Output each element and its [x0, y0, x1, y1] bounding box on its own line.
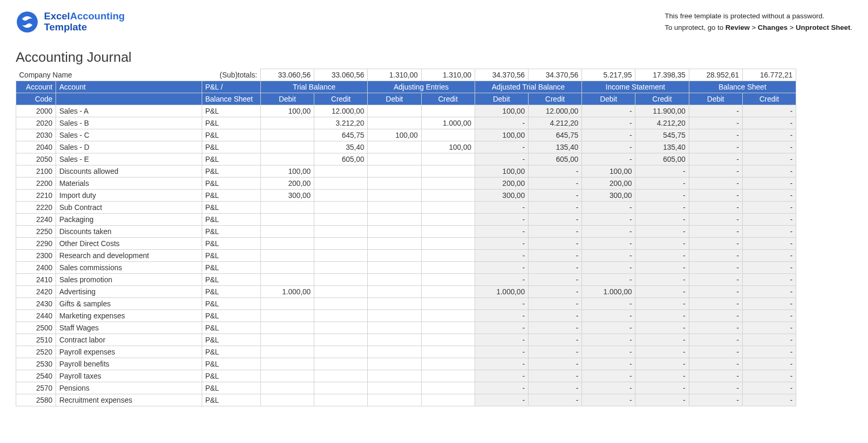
- cell-bs-debit[interactable]: -: [689, 274, 742, 286]
- cell-account[interactable]: Sales promotion: [56, 274, 202, 286]
- cell-atb-debit[interactable]: 100,00: [475, 165, 528, 178]
- cell-tb-credit[interactable]: [314, 250, 368, 262]
- cell-type[interactable]: P&L: [202, 358, 260, 370]
- cell-bs-debit[interactable]: -: [689, 153, 742, 165]
- cell-is-credit[interactable]: 605,00: [635, 153, 689, 165]
- cell-code[interactable]: 2540: [16, 370, 56, 382]
- cell-tb-credit[interactable]: [314, 334, 368, 346]
- cell-account[interactable]: Staff Wages: [56, 322, 202, 334]
- cell-tb-debit[interactable]: [260, 358, 314, 370]
- cell-ae-debit[interactable]: [368, 286, 421, 298]
- cell-tb-credit[interactable]: [314, 370, 368, 382]
- cell-atb-credit[interactable]: -: [528, 274, 581, 286]
- cell-is-credit[interactable]: -: [635, 238, 689, 250]
- cell-is-debit[interactable]: 200,00: [582, 178, 635, 190]
- cell-ae-debit[interactable]: [368, 190, 421, 202]
- cell-type[interactable]: P&L: [202, 226, 260, 238]
- cell-atb-debit[interactable]: 100,00: [475, 129, 528, 141]
- cell-is-debit[interactable]: -: [582, 214, 635, 226]
- cell-atb-credit[interactable]: -: [528, 262, 581, 274]
- cell-ae-debit[interactable]: [368, 214, 421, 226]
- cell-ae-credit[interactable]: [421, 202, 475, 214]
- cell-atb-credit[interactable]: -: [528, 322, 581, 334]
- cell-tb-credit[interactable]: [314, 202, 368, 214]
- cell-code[interactable]: 2430: [16, 298, 56, 310]
- cell-code[interactable]: 2420: [16, 286, 56, 298]
- cell-is-debit[interactable]: 1.000,00: [582, 286, 635, 298]
- cell-atb-debit[interactable]: 100,00: [475, 105, 528, 117]
- cell-atb-credit[interactable]: -: [528, 382, 581, 394]
- cell-ae-credit[interactable]: [421, 105, 475, 117]
- cell-type[interactable]: P&L: [202, 141, 260, 153]
- cell-type[interactable]: P&L: [202, 190, 260, 202]
- cell-code[interactable]: 2400: [16, 262, 56, 274]
- cell-code[interactable]: 2290: [16, 238, 56, 250]
- cell-atb-credit[interactable]: -: [528, 298, 581, 310]
- cell-tb-debit[interactable]: [260, 202, 314, 214]
- cell-tb-credit[interactable]: [314, 394, 368, 406]
- cell-type[interactable]: P&L: [202, 178, 260, 190]
- cell-ae-debit[interactable]: [368, 334, 421, 346]
- cell-tb-debit[interactable]: 100,00: [260, 165, 314, 178]
- cell-tb-credit[interactable]: [314, 226, 368, 238]
- cell-atb-credit[interactable]: -: [528, 346, 581, 358]
- cell-tb-debit[interactable]: [260, 226, 314, 238]
- cell-is-credit[interactable]: -: [635, 262, 689, 274]
- cell-tb-debit[interactable]: [260, 153, 314, 165]
- cell-account[interactable]: Sales - A: [56, 105, 202, 117]
- cell-bs-debit[interactable]: -: [689, 117, 742, 129]
- cell-atb-credit[interactable]: -: [528, 370, 581, 382]
- cell-atb-credit[interactable]: -: [528, 358, 581, 370]
- cell-atb-debit[interactable]: -: [475, 202, 528, 214]
- cell-tb-debit[interactable]: [260, 382, 314, 394]
- cell-ae-debit[interactable]: [368, 202, 421, 214]
- cell-ae-debit[interactable]: [368, 322, 421, 334]
- cell-account[interactable]: Sales - D: [56, 141, 202, 153]
- cell-bs-credit[interactable]: -: [742, 105, 796, 117]
- cell-tb-debit[interactable]: [260, 274, 314, 286]
- cell-atb-debit[interactable]: -: [475, 238, 528, 250]
- cell-is-debit[interactable]: -: [582, 129, 635, 141]
- cell-ae-credit[interactable]: [421, 334, 475, 346]
- cell-account[interactable]: Sales - B: [56, 117, 202, 129]
- cell-bs-credit[interactable]: -: [742, 129, 796, 141]
- cell-is-credit[interactable]: -: [635, 370, 689, 382]
- cell-is-credit[interactable]: -: [635, 202, 689, 214]
- cell-account[interactable]: Research and development: [56, 250, 202, 262]
- cell-type[interactable]: P&L: [202, 322, 260, 334]
- cell-atb-credit[interactable]: -: [528, 310, 581, 322]
- cell-ae-credit[interactable]: [421, 286, 475, 298]
- cell-tb-debit[interactable]: [260, 346, 314, 358]
- cell-ae-credit[interactable]: 1.000,00: [421, 117, 475, 129]
- cell-account[interactable]: Sales - E: [56, 153, 202, 165]
- cell-is-credit[interactable]: -: [635, 382, 689, 394]
- cell-ae-credit[interactable]: [421, 274, 475, 286]
- cell-type[interactable]: P&L: [202, 165, 260, 178]
- cell-account[interactable]: Sales commissions: [56, 262, 202, 274]
- cell-is-credit[interactable]: -: [635, 286, 689, 298]
- cell-tb-debit[interactable]: [260, 262, 314, 274]
- cell-account[interactable]: Sub Contract: [56, 202, 202, 214]
- cell-code[interactable]: 2220: [16, 202, 56, 214]
- cell-tb-debit[interactable]: [260, 141, 314, 153]
- cell-tb-credit[interactable]: [314, 310, 368, 322]
- cell-is-debit[interactable]: -: [582, 262, 635, 274]
- cell-type[interactable]: P&L: [202, 334, 260, 346]
- cell-atb-debit[interactable]: -: [475, 334, 528, 346]
- cell-atb-debit[interactable]: -: [475, 310, 528, 322]
- cell-is-debit[interactable]: -: [582, 238, 635, 250]
- cell-bs-debit[interactable]: -: [689, 310, 742, 322]
- cell-type[interactable]: P&L: [202, 214, 260, 226]
- cell-tb-credit[interactable]: [314, 358, 368, 370]
- cell-is-debit[interactable]: -: [582, 117, 635, 129]
- cell-code[interactable]: 2200: [16, 178, 56, 190]
- cell-code[interactable]: 2410: [16, 274, 56, 286]
- cell-bs-credit[interactable]: -: [742, 358, 796, 370]
- cell-atb-credit[interactable]: -: [528, 250, 581, 262]
- cell-bs-debit[interactable]: -: [689, 105, 742, 117]
- cell-bs-credit[interactable]: -: [742, 226, 796, 238]
- cell-atb-credit[interactable]: 645,75: [528, 129, 581, 141]
- cell-ae-debit[interactable]: [368, 274, 421, 286]
- cell-is-debit[interactable]: -: [582, 226, 635, 238]
- cell-atb-credit[interactable]: -: [528, 190, 581, 202]
